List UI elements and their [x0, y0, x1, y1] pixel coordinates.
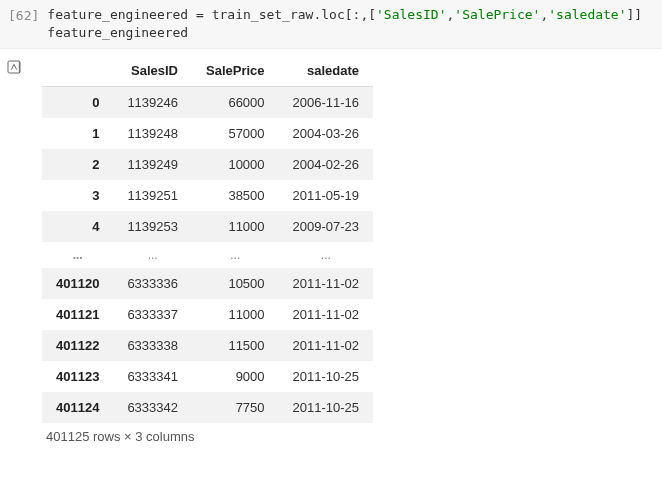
row-index: 3	[42, 180, 113, 211]
cell: 1139249	[113, 149, 192, 180]
ellipsis-cell: ...	[113, 242, 192, 268]
col-header: SalesID	[113, 55, 192, 87]
shape-info: 401125 rows × 3 columns	[42, 423, 373, 444]
cell: 2004-03-26	[279, 118, 374, 149]
output-area: SalesID SalePrice saledate 0 1139246 660…	[0, 49, 662, 444]
cell: 1139246	[113, 87, 192, 119]
dataframe-output: SalesID SalePrice saledate 0 1139246 660…	[30, 49, 373, 444]
cell: 2011-11-02	[279, 299, 374, 330]
cell: 10000	[192, 149, 279, 180]
table-row: 401121 6333337 11000 2011-11-02	[42, 299, 373, 330]
cell: 11000	[192, 299, 279, 330]
ellipsis-cell: ...	[279, 242, 374, 268]
cell: 2011-10-25	[279, 361, 374, 392]
cell: 66000	[192, 87, 279, 119]
cell: 57000	[192, 118, 279, 149]
code-source[interactable]: feature_engineered = train_set_raw.loc[:…	[47, 6, 642, 42]
table-row: 401120 6333336 10500 2011-11-02	[42, 268, 373, 299]
table-row: 401122 6333338 11500 2011-11-02	[42, 330, 373, 361]
row-index: 401122	[42, 330, 113, 361]
execute-icon[interactable]	[6, 59, 22, 75]
table-row: 4 1139253 11000 2009-07-23	[42, 211, 373, 242]
cell: 11500	[192, 330, 279, 361]
cell: 11000	[192, 211, 279, 242]
row-index: 401120	[42, 268, 113, 299]
table-row: 3 1139251 38500 2011-05-19	[42, 180, 373, 211]
table-row: 401123 6333341 9000 2011-10-25	[42, 361, 373, 392]
cell: 6333336	[113, 268, 192, 299]
row-index: 401121	[42, 299, 113, 330]
row-index: 4	[42, 211, 113, 242]
cell: 2011-11-02	[279, 268, 374, 299]
cell: 2011-11-02	[279, 330, 374, 361]
row-index: 401123	[42, 361, 113, 392]
table-row: 0 1139246 66000 2006-11-16	[42, 87, 373, 119]
svg-rect-0	[8, 61, 20, 73]
table-row: 2 1139249 10000 2004-02-26	[42, 149, 373, 180]
dataframe-table: SalesID SalePrice saledate 0 1139246 660…	[42, 55, 373, 423]
cell: 6333338	[113, 330, 192, 361]
row-index: 0	[42, 87, 113, 119]
ellipsis-row: ... ... ... ...	[42, 242, 373, 268]
col-header: saledate	[279, 55, 374, 87]
row-index: 401124	[42, 392, 113, 423]
cell-number: [62]	[4, 6, 47, 23]
table-row: 1 1139248 57000 2004-03-26	[42, 118, 373, 149]
cell: 38500	[192, 180, 279, 211]
cell: 1139253	[113, 211, 192, 242]
cell: 2006-11-16	[279, 87, 374, 119]
cell: 2011-05-19	[279, 180, 374, 211]
cell: 1139248	[113, 118, 192, 149]
col-header: SalePrice	[192, 55, 279, 87]
ellipsis-cell: ...	[42, 242, 113, 268]
row-index: 2	[42, 149, 113, 180]
cell: 6333337	[113, 299, 192, 330]
cell: 2011-10-25	[279, 392, 374, 423]
cell: 1139251	[113, 180, 192, 211]
cell: 9000	[192, 361, 279, 392]
code-cell[interactable]: [62] feature_engineered = train_set_raw.…	[0, 0, 662, 49]
cell: 7750	[192, 392, 279, 423]
row-index: 1	[42, 118, 113, 149]
cell: 2004-02-26	[279, 149, 374, 180]
cell: 6333341	[113, 361, 192, 392]
table-header: SalesID SalePrice saledate	[42, 55, 373, 87]
table-row: 401124 6333342 7750 2011-10-25	[42, 392, 373, 423]
ellipsis-cell: ...	[192, 242, 279, 268]
index-header	[42, 55, 113, 87]
cell: 2009-07-23	[279, 211, 374, 242]
cell: 6333342	[113, 392, 192, 423]
cell: 10500	[192, 268, 279, 299]
